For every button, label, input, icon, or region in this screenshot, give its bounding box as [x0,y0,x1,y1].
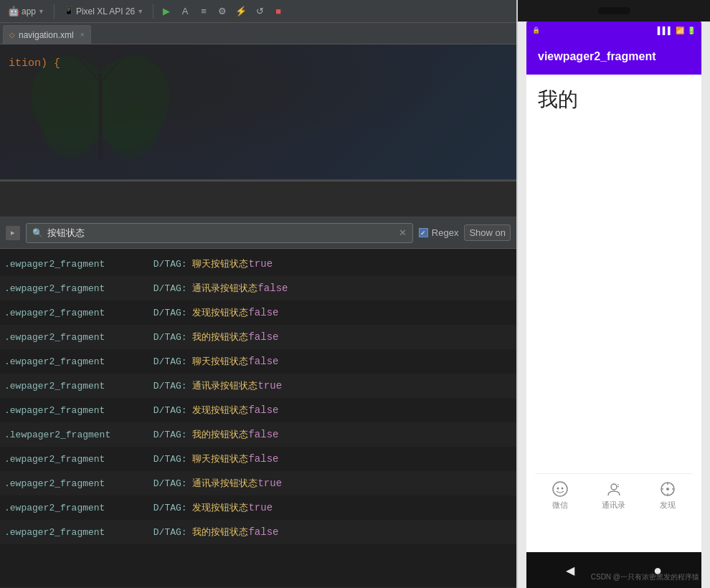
phone-frame: 🔒 ▌▌▌ 📶 🔋 viewpager2_fragment 我的 [516,0,710,588]
log-val-8: false [248,447,278,471]
log-row-10: .ewpager2_fragment D/TAG: 发现按钮状态true [0,495,516,520]
flash-icon[interactable]: ⚡ [234,4,248,19]
stop-icon[interactable]: ■ [271,4,285,19]
nav-label-contacts: 通讯录 [602,500,625,511]
back-button[interactable]: ◀ [566,564,574,577]
log-msg-9: 通讯录按钮状态 [192,472,257,496]
log-msg-11: 我的按钮状态 [192,521,248,545]
log-tag-0: .ewpager2_fragment [4,252,148,277]
watermark-text: CSDN @一只有浓密黑发的程序猿 [591,573,699,581]
weixin-icon [552,480,569,498]
log-msg-6: 发现按钮状态 [192,399,248,423]
log-val-1: false [257,276,288,300]
log-tag-6: .ewpager2_fragment [4,399,148,423]
log-val-6: false [248,398,278,422]
log-area: .ewpager2_fragment D/TAG: 聊天按钮状态true .ew… [0,249,516,587]
code-line1-text: ition) { [9,57,60,70]
search-input-wrap[interactable]: 🔍 按钮状态 ✕ [26,223,413,243]
tab-navigation-xml[interactable]: ◇ navigation.xml × [3,25,91,44]
tab-bar: ◇ navigation.xml × [0,23,516,44]
show-on-button[interactable]: Show on [464,224,511,241]
nav-item-weixin[interactable]: 微信 [552,480,569,511]
search-query: 按钮状态 [47,227,394,240]
status-bar: 🔒 ▌▌▌ 📶 🔋 [526,22,701,39]
discover-icon [659,480,676,498]
log-level-4: D/TAG: [148,350,192,374]
log-level-2: D/TAG: [148,301,192,326]
log-level-1: D/TAG: [148,277,192,301]
log-val-11: false [248,520,278,544]
device-selector[interactable]: 📱 Pixel XL API 26 ▼ [60,5,147,18]
svg-point-7 [562,487,564,489]
search-clear-button[interactable]: ✕ [399,227,407,238]
status-left: 🔒 [532,27,540,34]
log-msg-4: 聊天按钮状态 [192,350,248,374]
device-arrow: ▼ [137,8,143,15]
tab-close-button[interactable]: × [80,31,85,39]
log-level-0: D/TAG: [148,252,192,277]
log-row-1: .ewpager2_fragment D/TAG: 通讯录按钮状态false [0,276,516,300]
phone-nav-bar: ◀ ● [526,552,701,588]
toolbar: 🤖 app ▼ 📱 Pixel XL API 26 ▼ ▶ A ≡ ⚙ ⚡ ↺ … [0,0,516,23]
nav-item-discover[interactable]: 发现 [659,480,676,511]
log-row-2: .ewpager2_fragment D/TAG: 发现按钮状态false [0,300,516,325]
device-label: Pixel XL API 26 [76,6,135,16]
android-icon: 🤖 [8,6,19,16]
empty-row [0,181,516,217]
log-val-10: true [248,495,273,520]
log-row-3: .ewpager2_fragment D/TAG: 我的按钮状态false [0,325,516,349]
svg-point-8 [611,484,617,490]
app-label: app [22,6,36,16]
log-msg-7: 我的按钮状态 [192,423,248,447]
log-tag-10: .ewpager2_fragment [4,496,148,521]
log-tag-11: .ewpager2_fragment [4,521,148,545]
bottom-nav: 微信 通讯录 [535,473,693,516]
run-button[interactable]: ▶ [159,4,174,19]
log-tag-5: .ewpager2_fragment [4,374,148,399]
settings-icon[interactable]: ⚙ [215,4,229,19]
phone-top-bar [518,0,710,22]
log-level-7: D/TAG: [148,423,192,447]
log-tag-2: .ewpager2_fragment [4,301,148,326]
refresh-icon[interactable]: ↺ [252,4,267,19]
log-row-9: .ewpager2_fragment D/TAG: 通讯录按钮状态true [0,471,516,495]
log-tag-4: .ewpager2_fragment [4,350,148,374]
log-tag-3: .ewpager2_fragment [4,326,148,350]
log-val-2: false [248,300,278,325]
regex-checkbox[interactable]: ✓ [419,228,428,237]
log-tag-7: .lewpager2_fragment [4,423,148,447]
code-line1: ition) { [9,57,60,70]
log-tag-1: .ewpager2_fragment [4,277,148,301]
log-msg-1: 通讯录按钮状态 [192,277,257,301]
filter-button[interactable]: ▸ [6,226,20,240]
log-row-11: .ewpager2_fragment D/TAG: 我的按钮状态false [0,520,516,544]
log-row-5: .ewpager2_fragment D/TAG: 通讯录按钮状态true [0,374,516,398]
log-val-0: true [248,252,273,276]
content-area: 我的 [526,75,701,290]
app-title: viewpager2_fragment [538,50,656,63]
status-right: ▌▌▌ 📶 🔋 [658,27,696,34]
svg-point-10 [666,488,669,490]
svg-point-5 [553,482,567,496]
device-icon: 📱 [64,6,74,16]
show-on-label: Show on [469,227,506,238]
ide-area: 🤖 app ▼ 📱 Pixel XL API 26 ▼ ▶ A ≡ ⚙ ⚡ ↺ … [0,0,516,588]
log-msg-0: 聊天按钮状态 [192,252,248,277]
signal-icon: ▌▌▌ [658,27,673,34]
log-level-8: D/TAG: [148,447,192,472]
log-row-0: .ewpager2_fragment D/TAG: 聊天按钮状态true [0,252,516,276]
layout-button[interactable]: ≡ [197,4,211,19]
watermark: CSDN @一只有浓密黑发的程序猿 [591,572,699,582]
nav-item-contacts[interactable]: 通讯录 [602,480,625,511]
app-bar: viewpager2_fragment [526,39,701,75]
phone-screen: 🔒 ▌▌▌ 📶 🔋 viewpager2_fragment 我的 [526,22,701,552]
sep2 [153,4,153,19]
profile-button[interactable]: A [178,4,192,19]
regex-toggle[interactable]: ✓ Regex [419,227,459,238]
app-selector[interactable]: 🤖 app ▼ [4,4,48,18]
log-val-4: false [248,349,278,374]
app-arrow: ▼ [38,8,44,15]
phone-device: 🔒 ▌▌▌ 📶 🔋 viewpager2_fragment 我的 [516,0,710,588]
wifi-icon: 📶 [676,27,684,34]
contacts-icon [605,480,623,498]
